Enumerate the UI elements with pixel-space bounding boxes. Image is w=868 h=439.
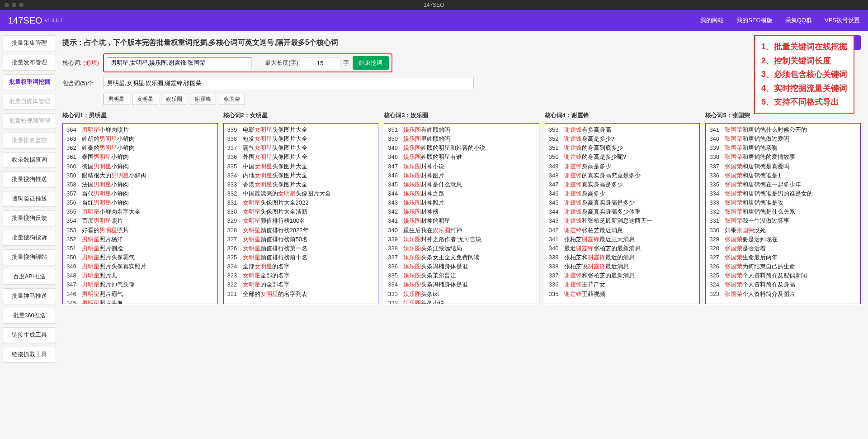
- result-row[interactable]: 341张国荣和唐鹤德什么时候公开的: [709, 125, 857, 134]
- result-row[interactable]: 323张国荣个人资料简介及图片: [709, 290, 857, 299]
- result-row[interactable]: 345男明星照片头像: [66, 299, 214, 304]
- result-row[interactable]: 330如果张国荣没死: [709, 226, 857, 235]
- result-row[interactable]: 332娱乐圈头条小说: [388, 299, 535, 304]
- result-row[interactable]: 338张柏芝说谢霆锋最近消息: [549, 262, 696, 271]
- result-row[interactable]: 329女明星颜值排行榜100名: [227, 216, 375, 225]
- result-row[interactable]: 347谢霆锋真实身高是多少: [549, 180, 696, 189]
- result-row[interactable]: 326女明星颜值排行榜第一名: [227, 244, 375, 253]
- result-row[interactable]: 329张国荣要是活到现在: [709, 235, 857, 244]
- result-row[interactable]: 336张国荣和唐鹤德谁是1: [709, 171, 857, 180]
- result-row[interactable]: 331张国荣我一生没做过坏事: [709, 216, 857, 225]
- result-row[interactable]: 328女明星颜值排行榜2022年: [227, 226, 375, 235]
- result-row[interactable]: 333香港女明星头像图片大全: [227, 180, 375, 189]
- result-row[interactable]: 322女明星的全部名字: [227, 280, 375, 289]
- core-input[interactable]: [107, 57, 251, 69]
- tag-3[interactable]: 谢霆锋: [190, 94, 216, 105]
- result-row[interactable]: 340张国荣和唐鹤德做过爱吗: [709, 134, 857, 143]
- result-row[interactable]: 339娱乐圈封神之路作者:无可言说: [388, 235, 535, 244]
- result-row[interactable]: 325女明星颜值排行榜前十名: [227, 253, 375, 262]
- result-row[interactable]: 361泰国男明星小鲜肉: [66, 153, 214, 162]
- result-row[interactable]: 346男明星照片霸气: [66, 290, 214, 299]
- result-row[interactable]: 359眼睛很大的男明星小鲜肉: [66, 171, 214, 180]
- result-row[interactable]: 340最近谢霆锋张柏芝的最新消息: [549, 244, 696, 253]
- result-row[interactable]: 336娱乐圈头条冯楠身体是谁: [388, 262, 535, 271]
- result-row[interactable]: 338娱乐圈头条江致远结局: [388, 244, 535, 253]
- result-row[interactable]: 333张国荣和唐鹤德谁是攻: [709, 198, 857, 207]
- result-row[interactable]: 336谢霆锋王菲产女: [549, 280, 696, 289]
- result-row[interactable]: 336外国女明星头像图片大全: [227, 153, 375, 162]
- sidebar-item-12[interactable]: 百度API推送: [3, 269, 56, 285]
- result-row[interactable]: 355男明星小鲜肉名字大全: [66, 207, 214, 216]
- result-row[interactable]: 337霸气女明星头像图片大全: [227, 143, 375, 153]
- result-row[interactable]: 351娱乐圈有姓顾的吗: [388, 125, 535, 134]
- maxlen-input[interactable]: [300, 57, 340, 69]
- result-row[interactable]: 351谢霆锋的身高到底多少: [549, 143, 696, 153]
- result-row[interactable]: 346娱乐圈封神图片: [388, 171, 535, 180]
- result-row[interactable]: 345娱乐圈封神是什么意思: [388, 180, 535, 189]
- result-row[interactable]: 334张国荣和唐鹤德谁是男的谁是女的: [709, 189, 857, 198]
- sidebar-item-3[interactable]: 批量自媒体管理: [3, 94, 56, 110]
- result-row[interactable]: 328张国荣是否活着: [709, 244, 857, 253]
- result-row[interactable]: 343谢霆锋和张柏芝最新消息这两天一: [549, 216, 696, 225]
- tag-2[interactable]: 娱乐圈: [161, 94, 187, 105]
- result-row[interactable]: 339张国荣和唐鹤德亲吻: [709, 143, 857, 153]
- result-row[interactable]: 348娱乐圈姓顾的明星有谁: [388, 153, 535, 162]
- result-row[interactable]: 339张柏芝和谢霆锋最近的消息: [549, 253, 696, 262]
- sidebar-item-13[interactable]: 批量神马推送: [3, 288, 56, 304]
- result-row[interactable]: 338张国荣和唐鹤德的爱情故事: [709, 153, 857, 162]
- traffic-light-min[interactable]: [12, 3, 16, 7]
- result-row[interactable]: 348男明星照片儿: [66, 271, 214, 280]
- result-row[interactable]: 335中国女明星头像图片大全: [227, 162, 375, 171]
- sidebar-item-1[interactable]: 批量发布管理: [3, 55, 56, 71]
- sidebar-item-14[interactable]: 批量360推送: [3, 308, 56, 324]
- result-row[interactable]: 337谢霆锋和张柏芝的最新消息: [549, 271, 696, 280]
- sidebar-item-16[interactable]: 链接抓取工具: [3, 347, 56, 363]
- sidebar-item-7[interactable]: 批量搜狗推送: [3, 172, 56, 187]
- sidebar-item-8[interactable]: 搜狗验证推送: [3, 191, 56, 207]
- result-row[interactable]: 354百度男明星照片: [66, 216, 214, 225]
- tag-1[interactable]: 女明星: [132, 94, 158, 105]
- result-row[interactable]: 337娱乐圈头条女王全文免费阅读: [388, 253, 535, 262]
- result-row[interactable]: 351男明星照片侧脸: [66, 244, 214, 253]
- sidebar-item-9[interactable]: 批量搜狗反馈: [3, 210, 56, 226]
- result-row[interactable]: 358法国男明星小鲜肉: [66, 180, 214, 189]
- result-row[interactable]: 327张国荣生命最后两年: [709, 253, 857, 262]
- nav-item-2[interactable]: 采集QQ群: [785, 17, 812, 24]
- result-row[interactable]: 337张国荣和唐鹤德是真爱吗: [709, 162, 857, 171]
- result-row[interactable]: 341娱乐圈封神的明星: [388, 216, 535, 225]
- stop-dig-button[interactable]: 结束挖词: [353, 56, 389, 70]
- result-row[interactable]: 348谢霆锋的真实身高究竟是多少: [549, 171, 696, 180]
- result-row[interactable]: 344谢霆锋身高真实身高多少体重: [549, 207, 696, 216]
- result-row[interactable]: 353好看的男明星照片: [66, 226, 214, 235]
- result-row[interactable]: 360德国男明星小鲜肉: [66, 162, 214, 171]
- tag-0[interactable]: 男明星: [103, 94, 129, 105]
- result-row[interactable]: 330女明星头像图片大全清新: [227, 207, 375, 216]
- result-row[interactable]: 347男明星照片帅气头像: [66, 280, 214, 289]
- result-row[interactable]: 356当红男明星小鲜肉: [66, 198, 214, 207]
- result-row[interactable]: 339电影女明星头像图片大全: [227, 125, 375, 134]
- nav-item-1[interactable]: 我的SEO模版: [736, 17, 772, 24]
- sidebar-item-11[interactable]: 批量搜狗绑站: [3, 249, 56, 265]
- result-row[interactable]: 331女明星头像图片大全2022: [227, 198, 375, 207]
- result-row[interactable]: 335张国荣和唐鹤德在一起多少年: [709, 180, 857, 189]
- result-row[interactable]: 334娱乐圈头条冯楠身体是谁: [388, 280, 535, 289]
- result-row[interactable]: 349娱乐圈姓顾的明星和姓容的小说: [388, 143, 535, 153]
- nav-item-3[interactable]: VPS拨号设置: [825, 17, 860, 24]
- result-row[interactable]: 344娱乐圈封神之路: [388, 189, 535, 198]
- column-box-4[interactable]: 341张国荣和唐鹤德什么时候公开的340张国荣和唐鹤德做过爱吗339张国荣和唐鹤…: [705, 123, 861, 304]
- result-row[interactable]: 345谢霆锋身高真实身高是多少: [549, 198, 696, 207]
- result-row[interactable]: 335娱乐圈头条茉尔晋江: [388, 271, 535, 280]
- result-row[interactable]: 352谢霆锋身高是多少?: [549, 134, 696, 143]
- result-row[interactable]: 333娱乐圈头条txt: [388, 290, 535, 299]
- column-box-3[interactable]: 353谢霆锋有多高身高352谢霆锋身高是多少?351谢霆锋的身高到底多少350谢…: [545, 123, 700, 304]
- sidebar-item-2[interactable]: 批量权重词挖掘: [3, 74, 56, 90]
- result-row[interactable]: 342谢霆锋张柏芝最近消息: [549, 226, 696, 235]
- sidebar-item-6[interactable]: 收录数据查询: [3, 152, 56, 168]
- result-row[interactable]: 350娱乐圈里姓顾的吗: [388, 134, 535, 143]
- sidebar-item-4[interactable]: 批量短视频管理: [3, 113, 56, 129]
- result-row[interactable]: 353谢霆锋有多高身高: [549, 125, 696, 134]
- result-row[interactable]: 364男明星小鲜肉照片: [66, 125, 214, 134]
- result-row[interactable]: 350男明星照片头像霸气: [66, 253, 214, 262]
- result-row[interactable]: 341张柏芝谢霆锋最近三天消息: [549, 235, 696, 244]
- result-row[interactable]: 342娱乐圈封神榜: [388, 207, 535, 216]
